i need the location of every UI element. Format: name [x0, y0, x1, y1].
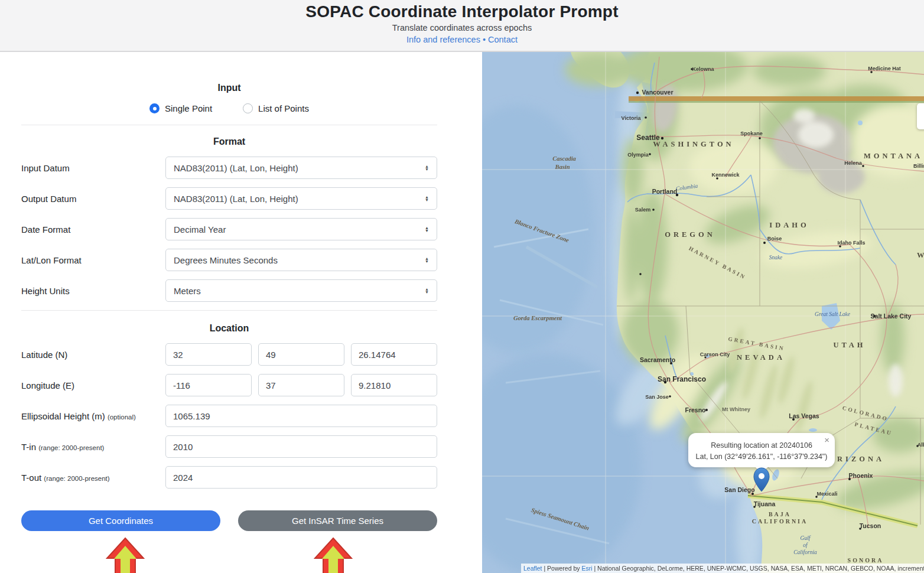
map-label-great-salt-lake: Great Salt Lake	[815, 311, 850, 317]
t-out-row: T-out (range: 2000-present)	[21, 466, 437, 489]
ellipsoidal-height-label: Ellipsoidal Height (m) (optional)	[21, 411, 165, 421]
map-label-medicine-hat: Medicine Hat	[868, 66, 901, 71]
info-references-link[interactable]: Info and references	[406, 35, 480, 44]
height-units-value: Meters	[174, 286, 201, 296]
date-format-select[interactable]: Decimal Year ▲▼	[165, 218, 437, 240]
location-section-heading: Location	[21, 323, 437, 334]
divider	[21, 125, 437, 125]
select-arrows-icon: ▲▼	[425, 196, 429, 201]
map-label-victoria: Victoria	[622, 115, 642, 121]
map-label-cascadia: Cascadia	[552, 155, 576, 162]
input-datum-value: NAD83(2011) (Lat, Lon, Height)	[174, 163, 298, 173]
map-label-las-vegas: Las Vegas	[789, 412, 819, 419]
map-label-vancouver: Vancouver	[642, 89, 673, 96]
map-label-gulf-3: California	[793, 549, 817, 555]
t-out-hint: (range: 2000-present)	[44, 475, 109, 482]
latitude-degrees-input[interactable]	[165, 343, 252, 366]
input-datum-label: Input Datum	[21, 163, 165, 173]
map-label-olympia: Olympia	[627, 152, 649, 158]
popup-line2: Lat, Lon (32°49'26.161", -116°37'9.234")	[688, 451, 835, 463]
map-label-idaho: IDAHO	[769, 221, 809, 229]
t-out-label: T-out (range: 2000-present)	[21, 473, 165, 483]
ellipsoidal-height-input[interactable]	[165, 405, 437, 427]
leaflet-link[interactable]: Leaflet	[523, 565, 542, 572]
latlon-format-value: Degrees Minutes Seconds	[174, 255, 278, 265]
popup-close-icon[interactable]: ×	[824, 435, 829, 444]
latitude-minutes-input[interactable]	[258, 343, 344, 366]
ellipsoidal-height-row: Ellipsoidal Height (m) (optional)	[21, 405, 437, 427]
map-label-mexicali: Mexicali	[816, 491, 837, 497]
map-label-gorda-escarpment: Gorda Escarpment	[513, 315, 562, 321]
t-in-row: T-in (range: 2000-present)	[21, 435, 437, 458]
map-label-portland: Portland	[652, 188, 678, 195]
date-format-row: Date Format Decimal Year ▲▼	[21, 218, 437, 240]
layers-control[interactable]	[917, 103, 924, 129]
output-datum-select[interactable]: NAD83(2011) (Lat, Lon, Height) ▲▼	[165, 187, 437, 210]
height-units-label: Height Units	[21, 286, 165, 296]
map-label-kelowna: Kelowna	[692, 66, 714, 72]
input-datum-select[interactable]: NAD83(2011) (Lat, Lon, Height) ▲▼	[165, 157, 437, 179]
select-arrows-icon: ▲▼	[425, 165, 429, 171]
latitude-seconds-input[interactable]	[351, 343, 437, 366]
esri-link[interactable]: Esri	[581, 565, 592, 572]
map-label-helena: Helena	[844, 160, 863, 166]
contact-link[interactable]: Contact	[488, 35, 518, 44]
latlon-format-label: Lat/Lon Format	[21, 255, 165, 265]
list-of-points-radio[interactable]: List of Points	[243, 103, 309, 113]
map-label-san-francisco: San Francisco	[658, 375, 706, 383]
radio-unselected-icon[interactable]	[243, 103, 253, 113]
attribution-text: | Powered by	[542, 565, 582, 572]
t-out-input[interactable]	[165, 466, 437, 489]
map-label-san-jose: San Jose	[645, 394, 669, 400]
map-label-montana: MONTANA	[864, 152, 923, 160]
t-in-hint: (range: 2000-present)	[38, 444, 104, 451]
form-panel: Input Single Point List of Points Format…	[21, 52, 437, 573]
latlon-format-row: Lat/Lon Format Degrees Minutes Seconds ▲…	[21, 249, 437, 271]
latlon-format-select[interactable]: Degrees Minutes Seconds ▲▼	[165, 249, 437, 271]
map-label-salt-lake-city: Salt Lake City	[871, 312, 912, 320]
input-datum-row: Input Datum NAD83(2011) (Lat, Lon, Heigh…	[21, 157, 437, 179]
map-label-gulf-1: Gulf	[801, 535, 811, 541]
single-point-label: Single Point	[165, 103, 212, 113]
get-insar-button[interactable]: Get InSAR Time Series	[238, 510, 437, 531]
longitude-minutes-input[interactable]	[258, 374, 344, 396]
map-label-san-diego: San Diego	[724, 486, 754, 493]
radio-selected-icon[interactable]	[149, 103, 160, 113]
map-label-carson-city: Carson City	[700, 351, 730, 357]
longitude-seconds-input[interactable]	[351, 374, 437, 396]
link-separator: •	[483, 35, 486, 44]
get-coordinates-button[interactable]: Get Coordinates	[21, 510, 220, 531]
select-arrows-icon: ▲▼	[425, 257, 429, 263]
list-of-points-label: List of Points	[258, 103, 309, 113]
t-in-input[interactable]	[165, 435, 437, 458]
map-label-cascadia-basin: Basin	[554, 164, 570, 170]
map-label-arizona: ARIZONA	[829, 455, 884, 463]
height-units-row: Height Units Meters ▲▼	[21, 279, 437, 302]
longitude-degrees-input[interactable]	[165, 374, 252, 396]
map-marker-pin[interactable]	[753, 467, 770, 492]
map-label-tijuana: Tijuana	[754, 500, 776, 507]
single-point-radio[interactable]: Single Point	[149, 103, 212, 113]
map-label-baja: BAJA	[769, 511, 791, 517]
map-label-nevada: NEVADA	[737, 353, 785, 362]
map-popup: × Resulting location at 20240106 Lat, Lo…	[688, 433, 835, 467]
map-canvas[interactable]: Kelowna Vancouver Victoria Seattle WASHI…	[482, 52, 924, 573]
page: SOPAC Coordinate Interpolator Prompt Tra…	[0, 0, 924, 573]
map-label-idaho-falls: Idaho Falls	[837, 240, 865, 246]
format-rows: Input Datum NAD83(2011) (Lat, Lon, Heigh…	[21, 157, 437, 302]
map-tiles: Kelowna Vancouver Victoria Seattle WASHI…	[482, 52, 924, 573]
date-format-value: Decimal Year	[174, 224, 226, 235]
select-arrows-icon: ▲▼	[425, 226, 429, 232]
red-up-arrow-icon	[314, 537, 353, 573]
attribution-text: | National Geographic, DeLorme, HERE, UN…	[593, 565, 924, 572]
height-units-select[interactable]: Meters ▲▼	[165, 279, 437, 302]
red-up-arrow-icon	[106, 537, 145, 573]
page-subtitle: Translate coordinates across epochs	[0, 23, 924, 32]
ellipsoidal-height-hint: (optional)	[108, 414, 136, 421]
input-mode-radios: Single Point List of Points	[21, 103, 437, 113]
output-datum-label: Output Datum	[21, 194, 165, 204]
map-label-utah: UTAH	[833, 341, 866, 349]
map-label-spokane: Spokane	[740, 131, 763, 136]
canada-border	[629, 96, 924, 103]
location-rows: Latitude (N) Longitude (E) Ellipsoidal H…	[21, 343, 437, 489]
